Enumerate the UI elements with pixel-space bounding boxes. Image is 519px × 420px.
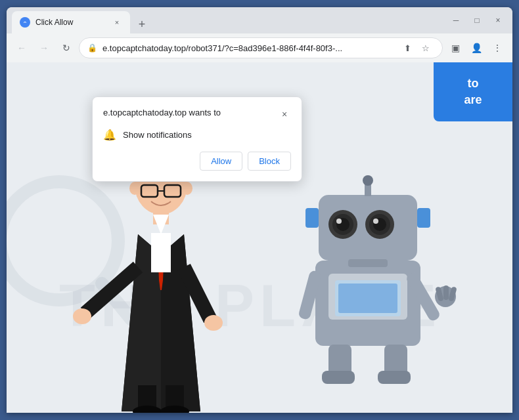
svg-rect-49 [443,285,449,300]
title-bar: Click Allow × + ─ □ × [7,7,512,33]
svg-point-8 [182,182,192,195]
svg-point-23 [204,315,223,331]
allow-button[interactable]: Allow [200,152,242,171]
tab-strip: Click Allow × + [12,7,444,33]
share-icon-button[interactable]: ⬆ [399,39,416,56]
back-button[interactable]: ← [12,38,32,58]
svg-rect-45 [348,259,388,267]
url-text: e.topcaptchatoday.top/robot371/?c=8ad396… [102,43,394,53]
popup-close-button[interactable]: × [278,108,291,121]
profile-button[interactable]: 👤 [466,38,486,58]
svg-rect-31 [338,284,397,313]
svg-point-42 [363,175,373,186]
block-button[interactable]: Block [248,152,291,171]
svg-point-40 [373,219,378,224]
popup-title: e.topcaptchatoday.top wants to [103,108,278,117]
bell-icon: 🔔 [103,129,116,141]
maximize-button[interactable]: □ [468,13,486,28]
svg-rect-19 [151,233,171,272]
svg-point-36 [336,219,342,224]
address-bar[interactable]: 🔒 e.topcaptchatoday.top/robot371/?c=8ad3… [79,37,443,58]
notification-permission-popup: e.topcaptchatoday.top wants to × 🔔 Show … [92,96,302,182]
minimize-button[interactable]: ─ [447,13,465,28]
toolbar-actions: ▣ 👤 ⋮ [445,38,507,58]
tab-close-button[interactable]: × [112,17,122,28]
page-content: to are THE PLACE [7,62,512,413]
menu-button[interactable]: ⋮ [487,38,507,58]
popup-header: e.topcaptchatoday.top wants to × [103,108,291,121]
close-button[interactable]: × [489,13,507,28]
address-bar-actions: ⬆ ☆ [399,39,434,56]
svg-point-7 [129,182,140,195]
tab-favicon [20,17,30,28]
forward-button[interactable]: → [34,38,54,58]
popup-permission-row: 🔔 Show notifications [103,129,291,141]
bookmark-icon-button[interactable]: ☆ [417,39,434,56]
window-controls: ─ □ × [447,13,507,28]
lock-icon: 🔒 [87,43,97,52]
extensions-button[interactable]: ▣ [445,38,465,58]
svg-rect-54 [322,371,355,384]
svg-point-21 [73,308,91,324]
new-tab-button[interactable]: + [133,15,151,33]
navigation-bar: ← → ↻ 🔒 e.topcaptchatoday.top/robot371/?… [7,33,512,62]
browser-window: Click Allow × + ─ □ × ← → ↻ 🔒 e.topcaptc… [7,7,512,413]
svg-rect-55 [378,371,411,384]
reload-button[interactable]: ↻ [56,38,76,58]
permission-label: Show notifications [123,130,192,140]
svg-point-0 [22,19,28,26]
svg-rect-44 [417,208,430,228]
popup-actions: Allow Block [103,152,291,171]
active-tab[interactable]: Click Allow × [12,11,130,33]
tab-title: Click Allow [35,18,106,27]
svg-rect-43 [305,208,319,228]
